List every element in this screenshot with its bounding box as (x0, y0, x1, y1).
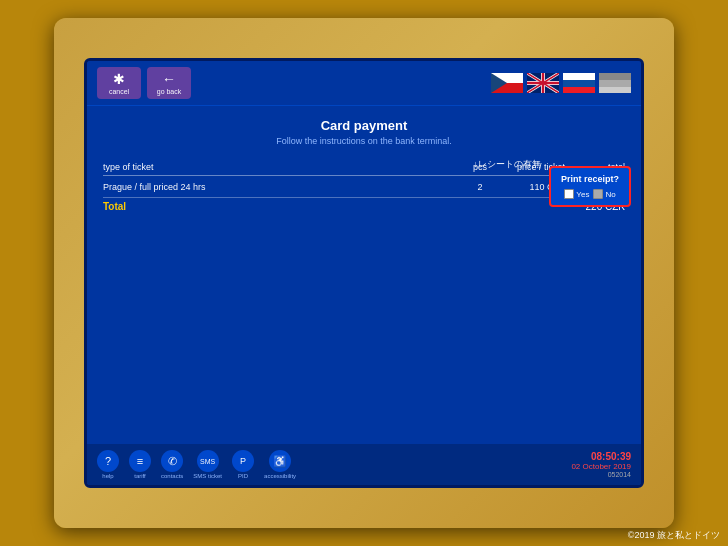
sms-label: SMS ticket (193, 473, 222, 479)
svg-rect-14 (563, 87, 595, 93)
main-content: Card payment Follow the instructions on … (87, 106, 641, 444)
cancel-label: cancel (109, 88, 129, 95)
copyright: ©2019 旅と私とドイツ (628, 529, 720, 542)
bottom-icons: ? help ≡ tariff ✆ contacts SMS SMS ticke… (97, 450, 296, 479)
table-header: type of ticket pcs price / ticket total (103, 162, 625, 176)
flag-czech[interactable] (491, 73, 523, 93)
receipt-no-option[interactable]: No (593, 189, 615, 199)
cancel-button[interactable]: ✱ cancel (97, 67, 141, 99)
svg-rect-13 (563, 80, 595, 87)
contacts-label: contacts (161, 473, 183, 479)
top-bar: ✱ cancel ← go back (87, 61, 641, 106)
total-row: Total 220 CZK (103, 197, 625, 215)
contacts-icon: ✆ (161, 450, 183, 472)
version: 052014 (571, 471, 631, 478)
go-back-label: go back (157, 88, 182, 95)
help-icon: ? (97, 450, 119, 472)
time-value: 08:50:39 (571, 451, 631, 462)
yes-checkbox[interactable] (564, 189, 574, 199)
svg-rect-17 (599, 87, 631, 93)
page-title: Card payment (103, 118, 625, 133)
flag-slovak[interactable] (563, 73, 595, 93)
total-label: Total (103, 201, 565, 212)
ticket-type: Prague / full priced 24 hrs (103, 182, 465, 192)
page-subtitle: Follow the instructions on the bank term… (103, 136, 625, 146)
yes-label: Yes (576, 190, 589, 199)
back-arrow-icon: ← (162, 71, 176, 87)
receipt-yes-option[interactable]: Yes (564, 189, 589, 199)
time-display: 08:50:39 02 October 2019 052014 (571, 451, 631, 478)
receipt-title: Print receipt? (561, 174, 619, 184)
ticket-machine: ✱ cancel ← go back (54, 18, 674, 528)
go-back-button[interactable]: ← go back (147, 67, 191, 99)
tariff-label: tariff (134, 473, 146, 479)
top-left-buttons: ✱ cancel ← go back (97, 67, 191, 99)
accessibility-button[interactable]: ♿ accessibility (264, 450, 296, 479)
sms-ticket-button[interactable]: SMS SMS ticket (193, 450, 222, 479)
accessibility-icon: ♿ (269, 450, 291, 472)
header-type: type of ticket (103, 162, 465, 172)
no-label: No (605, 190, 615, 199)
bottom-bar: ? help ≡ tariff ✆ contacts SMS SMS ticke… (87, 444, 641, 485)
table-row: Prague / full priced 24 hrs 2 110 CZK 22… (103, 180, 625, 194)
help-label: help (102, 473, 113, 479)
ticket-table: type of ticket pcs price / ticket total … (103, 162, 625, 215)
screen: ✱ cancel ← go back (84, 58, 644, 488)
flag-hungarian[interactable] (599, 73, 631, 93)
accessibility-label: accessibility (264, 473, 296, 479)
ticket-pcs: 2 (465, 182, 495, 192)
help-button[interactable]: ? help (97, 450, 119, 479)
svg-rect-16 (599, 80, 631, 87)
pid-label: PID (238, 473, 248, 479)
pid-button[interactable]: P PID (232, 450, 254, 479)
receipt-options: Yes No (561, 189, 619, 199)
annotation-text: ↓レシートの有無 (474, 158, 542, 171)
no-checkbox[interactable] (593, 189, 603, 199)
contacts-button[interactable]: ✆ contacts (161, 450, 183, 479)
sms-icon: SMS (197, 450, 219, 472)
tariff-icon: ≡ (129, 450, 151, 472)
svg-rect-12 (563, 73, 595, 80)
cancel-icon: ✱ (113, 71, 125, 87)
date-value: 02 October 2019 (571, 462, 631, 471)
print-receipt-box: Print receipt? Yes No (549, 166, 631, 207)
pid-icon: P (232, 450, 254, 472)
language-flags (491, 73, 631, 93)
svg-rect-15 (599, 73, 631, 80)
flag-uk[interactable] (527, 73, 559, 93)
tariff-button[interactable]: ≡ tariff (129, 450, 151, 479)
